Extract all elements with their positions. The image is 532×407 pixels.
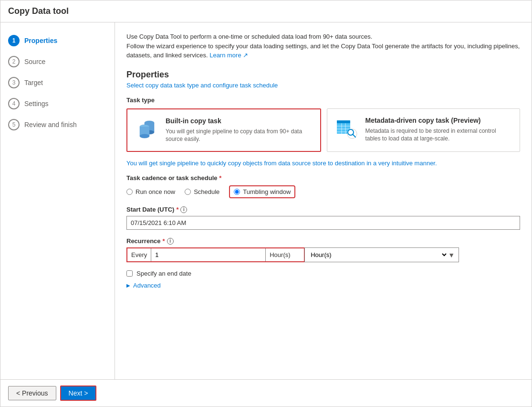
recurrence-required-star: * — [163, 237, 165, 245]
svg-rect-11 — [337, 120, 350, 123]
recurrence-unit-label: Hour(s) — [266, 248, 304, 261]
step-circle-2: 2 — [8, 56, 20, 67]
app-title: Copy Data tool — [8, 6, 524, 16]
next-button[interactable]: Next > — [60, 386, 97, 401]
intro-section: Use Copy Data Tool to perform a one-time… — [126, 32, 520, 60]
cadence-label: Task cadence or task schedule * — [126, 174, 520, 182]
pipeline-note: You will get single pipeline to quickly … — [126, 160, 520, 167]
recurrence-number-input[interactable] — [151, 248, 266, 261]
recurrence-info-icon[interactable]: i — [167, 238, 174, 245]
end-date-checkbox-label[interactable]: Specify an end date — [136, 270, 191, 277]
recurrence-row: Every Hour(s) — [126, 247, 305, 262]
sidebar-label-source: Source — [24, 58, 45, 65]
builtin-card-title: Built-in copy task — [166, 117, 313, 125]
dropdown-chevron-icon: ▼ — [448, 251, 455, 259]
start-date-input[interactable] — [126, 216, 520, 230]
task-type-label: Task type — [126, 96, 520, 104]
sidebar-label-review: Review and finish — [24, 121, 77, 129]
svg-point-7 — [140, 134, 149, 138]
start-date-required-star: * — [176, 206, 178, 213]
sidebar-item-review[interactable]: 5 Review and finish — [0, 114, 115, 135]
radio-schedule[interactable]: Schedule — [185, 188, 219, 195]
task-type-container: Built-in copy task You will get single p… — [126, 108, 520, 152]
cadence-required-star: * — [219, 174, 221, 182]
main-content: Use Copy Data Tool to perform a one-time… — [115, 22, 532, 379]
builtin-icon — [135, 117, 159, 141]
sidebar-item-target[interactable]: 3 Target — [0, 72, 115, 93]
end-date-checkbox[interactable] — [126, 270, 133, 277]
recurrence-label: Recurrence * i — [126, 237, 520, 245]
section-title: Properties — [126, 70, 520, 80]
sidebar-label-settings: Settings — [24, 100, 49, 107]
advanced-row[interactable]: ▶ Advanced — [126, 282, 520, 289]
step-circle-3: 3 — [8, 77, 20, 88]
sidebar-item-source[interactable]: 2 Source — [0, 51, 115, 72]
metadata-card-title: Metadata-driven copy task (Preview) — [365, 117, 512, 124]
advanced-label: Advanced — [133, 282, 161, 289]
footer: < Previous Next > — [0, 379, 532, 407]
sidebar-label-properties: Properties — [24, 37, 57, 44]
recurrence-section: Recurrence * i Every Hour(s) Minute(s) H… — [126, 237, 520, 262]
cadence-section: Task cadence or task schedule * Run once… — [126, 174, 520, 198]
sidebar-item-properties[interactable]: 1 Properties — [0, 30, 115, 51]
radio-group-cadence: Run once now Schedule Tumbling window — [126, 185, 520, 198]
advanced-chevron-icon: ▶ — [126, 283, 130, 288]
start-date-section: Start Date (UTC) * i — [126, 206, 520, 230]
radio-run-once[interactable]: Run once now — [126, 188, 175, 195]
radio-schedule-label: Schedule — [194, 188, 219, 195]
start-date-info-icon[interactable]: i — [180, 206, 187, 213]
section-subtitle: Select copy data task type and configure… — [126, 82, 520, 89]
metadata-card-content: Metadata-driven copy task (Preview) Meta… — [365, 117, 512, 143]
radio-tumbling-label: Tumbling window — [243, 188, 291, 195]
start-date-label: Start Date (UTC) * i — [126, 206, 520, 213]
metadata-icon — [335, 117, 359, 140]
metadata-card-description: Metadata is required to be stored in ext… — [365, 127, 512, 143]
intro-text-1: Use Copy Data Tool to perform a one-time… — [126, 33, 372, 40]
step-circle-1: 1 — [8, 35, 20, 46]
task-card-builtin[interactable]: Built-in copy task You will get single p… — [126, 108, 321, 152]
end-date-checkbox-row: Specify an end date — [126, 270, 520, 277]
sidebar-item-settings[interactable]: 4 Settings — [0, 93, 115, 114]
step-circle-5: 5 — [8, 119, 20, 130]
builtin-card-description: You will get single pipeline to copy dat… — [166, 128, 313, 144]
intro-text-2: Follow the wizard experience to specify … — [126, 43, 520, 59]
builtin-card-content: Built-in copy task You will get single p… — [166, 117, 313, 144]
radio-tumbling-window[interactable]: Tumbling window — [229, 185, 295, 198]
radio-run-once-label: Run once now — [136, 188, 175, 195]
recurrence-unit-select[interactable]: Minute(s) Hour(s) Day(s) Week(s) Month(s… — [305, 248, 448, 262]
sidebar: 1 Properties 2 Source 3 Target 4 Setting… — [0, 22, 115, 379]
task-card-metadata[interactable]: Metadata-driven copy task (Preview) Meta… — [327, 108, 521, 152]
recurrence-dropdown-wrap: Minute(s) Hour(s) Day(s) Week(s) Month(s… — [304, 247, 459, 262]
metadata-driven-icon — [335, 117, 359, 140]
database-cylinders-icon — [135, 117, 159, 141]
recurrence-every-label: Every — [127, 248, 151, 261]
step-circle-4: 4 — [8, 98, 20, 109]
app-header: Copy Data tool — [0, 0, 532, 22]
sidebar-label-target: Target — [24, 79, 43, 86]
learn-more-link[interactable]: Learn more ↗ — [209, 52, 248, 59]
previous-button[interactable]: < Previous — [8, 386, 56, 400]
